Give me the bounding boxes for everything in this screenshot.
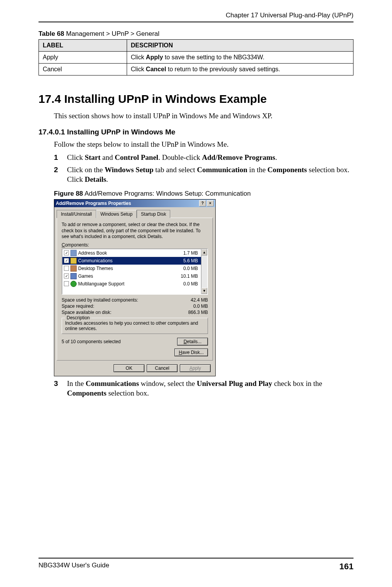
checkbox-icon[interactable]: ✓ bbox=[64, 250, 69, 255]
item-name: Address Book bbox=[78, 250, 182, 256]
titlebar[interactable]: Add/Remove Programs Properties ? × bbox=[54, 200, 215, 207]
cancel-button[interactable]: Cancel bbox=[147, 364, 178, 372]
tab-install-uninstall[interactable]: Install/Uninstall bbox=[57, 210, 96, 218]
page-number: 161 bbox=[339, 562, 353, 572]
header-rule bbox=[39, 22, 353, 22]
scrollbar[interactable]: ▲ ▼ bbox=[201, 249, 207, 294]
cell-text: to save the setting to the NBG334W. bbox=[163, 54, 264, 60]
item-name: Desktop Themes bbox=[78, 266, 182, 271]
chapter-header: Chapter 17 Universal Plug-and-Play (UPnP… bbox=[39, 12, 353, 22]
description-box: Includes accessories to help you connect… bbox=[62, 318, 208, 334]
footer-guide: NBG334W User's Guide bbox=[39, 562, 109, 572]
components-label: Components: bbox=[62, 242, 208, 248]
t: Details bbox=[85, 175, 106, 183]
tabs: Install/Uninstall Windows Setup Startup … bbox=[54, 207, 215, 218]
t: selection box. bbox=[106, 389, 149, 397]
t: pply bbox=[193, 366, 201, 371]
selected-count: 5 of 10 components selected bbox=[62, 339, 121, 344]
list-item[interactable]: Desktop Themes 0.0 MB bbox=[62, 265, 201, 272]
t: Communication bbox=[197, 166, 247, 174]
checkbox-icon[interactable]: ✓ bbox=[64, 258, 69, 263]
checkbox-icon[interactable]: ✓ bbox=[64, 273, 69, 278]
t: Start bbox=[85, 153, 101, 161]
scroll-down-icon[interactable]: ▼ bbox=[201, 288, 207, 294]
close-icon[interactable]: × bbox=[207, 200, 214, 206]
list-item[interactable]: ✓ Games 10.1 MB bbox=[62, 272, 201, 280]
kv-value: 0.0 MB bbox=[193, 304, 208, 309]
dialog-add-remove-programs: Add/Remove Programs Properties ? × Insta… bbox=[54, 199, 216, 376]
kv-value: 866.3 MB bbox=[188, 310, 208, 315]
list-inner: ✓ Address Book 1.7 MB ✓ Communications 5… bbox=[62, 249, 201, 294]
list-item[interactable]: ✓ Communications 5.6 MB bbox=[62, 257, 201, 265]
t: etails... bbox=[187, 339, 201, 344]
t: . Double-click bbox=[158, 153, 202, 161]
t: Communications bbox=[86, 379, 139, 387]
item-name: Communications bbox=[78, 258, 182, 263]
figure-caption-bold: Figure 88 bbox=[54, 190, 83, 197]
item-size: 5.6 MB bbox=[183, 258, 199, 263]
t: in the bbox=[247, 166, 267, 174]
t: . bbox=[106, 175, 108, 183]
table-row: Apply Click Apply to save the setting to… bbox=[39, 52, 353, 64]
step-list-after: 3 In the Communications window, select t… bbox=[54, 379, 353, 398]
have-disk-button[interactable]: Have Disk... bbox=[174, 349, 208, 356]
u: A bbox=[189, 366, 193, 371]
cell-text: to return to the previously saved settin… bbox=[166, 66, 280, 72]
cell-desc: Click Apply to save the setting to the N… bbox=[127, 52, 353, 64]
description-text: Includes accessories to help you connect… bbox=[65, 320, 204, 331]
t: Add/Remove Programs bbox=[202, 153, 275, 161]
item-size: 0.0 MB bbox=[183, 266, 199, 271]
ok-button[interactable]: OK bbox=[114, 364, 144, 372]
t: ave Disk... bbox=[182, 350, 204, 355]
tab-windows-setup[interactable]: Windows Setup bbox=[96, 210, 137, 218]
t: Universal Plug and Play bbox=[197, 379, 272, 387]
list-item[interactable]: Multilanguage Support 0.0 MB bbox=[62, 280, 201, 288]
u: H bbox=[179, 350, 182, 355]
t: tab and select bbox=[154, 166, 197, 174]
t: and bbox=[101, 153, 115, 161]
desktop-themes-icon bbox=[70, 265, 77, 272]
list-item[interactable]: ✓ Address Book 1.7 MB bbox=[62, 249, 201, 257]
step-number: 2 bbox=[54, 165, 67, 184]
multilanguage-icon bbox=[70, 281, 77, 287]
item-size: 10.1 MB bbox=[181, 273, 199, 279]
desc-table: LABEL DESCRIPTION Apply Click Apply to s… bbox=[39, 39, 353, 75]
panel-instructions: To add or remove a component, select or … bbox=[62, 222, 208, 240]
t: . bbox=[275, 153, 277, 161]
th-label: LABEL bbox=[39, 40, 127, 52]
cell-text: Click bbox=[131, 54, 146, 60]
section-heading: 17.4 Installing UPnP in Windows Example bbox=[39, 92, 353, 106]
checkbox-icon[interactable] bbox=[64, 281, 69, 286]
components-listbox[interactable]: ✓ Address Book 1.7 MB ✓ Communications 5… bbox=[62, 248, 208, 295]
step-number: 3 bbox=[54, 379, 67, 398]
t: check box in the bbox=[272, 379, 322, 387]
step-3: 3 In the Communications window, select t… bbox=[54, 379, 353, 398]
step-text: In the Communications window, select the… bbox=[67, 379, 353, 398]
cell-label: Apply bbox=[39, 52, 127, 64]
space-info: Space used by installed components:42.4 … bbox=[62, 297, 208, 315]
help-icon[interactable]: ? bbox=[199, 200, 206, 206]
figure-caption-rest: Add/Remove Programs: Windows Setup: Comm… bbox=[83, 190, 251, 197]
dialog-title: Add/Remove Programs Properties bbox=[56, 201, 198, 206]
scroll-up-icon[interactable]: ▲ bbox=[201, 249, 207, 255]
cell-desc: Click Cancel to return to the previously… bbox=[127, 64, 353, 75]
kv-label: Space required: bbox=[62, 304, 94, 309]
th-desc: DESCRIPTION bbox=[127, 40, 353, 52]
t: Components bbox=[67, 389, 106, 397]
step-list: 1 Click Start and Control Panel. Double-… bbox=[54, 153, 353, 184]
t: window, select the bbox=[139, 379, 197, 387]
tab-panel: To add or remove a component, select or … bbox=[57, 218, 213, 361]
selected-row: 5 of 10 components selected Details... bbox=[62, 338, 208, 345]
details-button[interactable]: Details... bbox=[177, 338, 208, 345]
footer-rule bbox=[39, 558, 353, 558]
kv-value: 42.4 MB bbox=[191, 297, 208, 303]
checkbox-icon[interactable] bbox=[64, 266, 69, 271]
item-name: Multilanguage Support bbox=[78, 281, 182, 287]
u: C bbox=[62, 242, 65, 248]
communications-icon bbox=[70, 258, 77, 264]
scroll-track[interactable] bbox=[201, 255, 207, 288]
t: Control Panel bbox=[115, 153, 158, 161]
apply-button[interactable]: Apply bbox=[180, 364, 211, 372]
tab-startup-disk[interactable]: Startup Disk bbox=[137, 210, 170, 218]
t: Windows Setup bbox=[105, 166, 154, 174]
